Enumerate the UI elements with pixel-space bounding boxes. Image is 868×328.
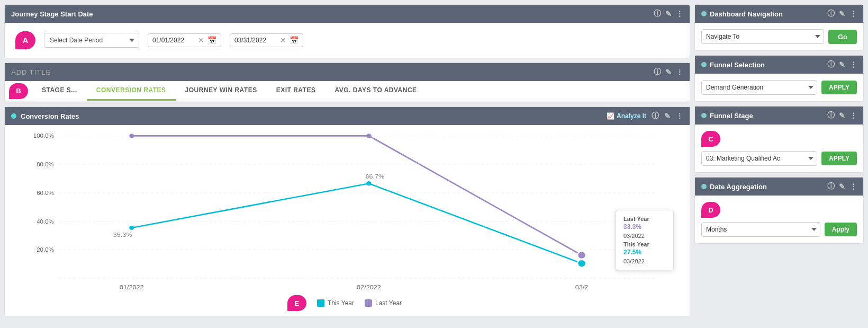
date-period-select[interactable]: Select Date Period Last 30 Days Last Qua… [44,33,139,48]
chart-edit-icon[interactable]: ✎ [664,112,671,120]
callout-d-badge: D [701,202,720,218]
svg-point-16 [577,260,586,267]
date-aggregation-select[interactable]: Months Days Weeks Quarters Years [701,222,820,237]
chart-svg: 100.0% 80.0% 60.0% 40.0% 20.0% [10,130,679,295]
svg-point-12 [366,134,371,138]
funnel-stage-dot [701,113,707,118]
callout-e-badge: E [287,295,306,311]
analyze-icon: 📈 [607,112,614,120]
funnel-stage-widget: Funnel Stage ⓘ ✎ ⋮ C 03: Marketing Q [694,106,864,173]
svg-text:100.0%: 100.0% [33,133,54,139]
right-panel: Dashboard Navigation ⓘ ✎ ⋮ Navigate To G… [694,4,864,316]
date-agg-edit-icon[interactable]: ✎ [839,182,845,191]
end-date-calendar-icon[interactable]: 📅 [290,36,299,45]
journey-stage-title: Journey Stage Start Date [11,10,93,18]
date-aggregation-title: Date Aggregation [710,183,767,191]
nav-edit-icon[interactable]: ✎ [839,10,845,18]
svg-text:40.0%: 40.0% [37,218,54,224]
chart-tooltip: Last Year 33.3% 03/2022 This Year 27.5% … [616,210,674,270]
funnel-stage-select[interactable]: 03: Marketing Qualified Ac [701,151,817,166]
info-icon[interactable]: ⓘ [654,9,661,19]
funnel-select[interactable]: Demand Generation [701,80,817,95]
funnel-stage-header-left: Funnel Stage [701,112,753,120]
this-year-legend-color [317,299,324,307]
date-aggregation-widget: Date Aggregation ⓘ ✎ ⋮ D Months [694,177,864,244]
date-agg-info-icon[interactable]: ⓘ [827,182,835,191]
analyze-it-button[interactable]: 📈 Analyze It [607,112,646,120]
tooltip-date-1: 03/2022 [623,233,666,239]
tab-stage-s[interactable]: STAGE S... [32,81,87,101]
funnel-stage-edit-icon[interactable]: ✎ [839,111,845,120]
nav-more-icon[interactable]: ⋮ [849,10,857,18]
tab-conversion-rates[interactable]: CONVERSION RATES [87,81,176,101]
chart-indicator-dot [11,113,16,119]
tab-avg-days[interactable]: AVG. DAYS TO ADVANCE [325,81,426,101]
nav-dot [701,11,707,16]
date-aggregation-body: D Months Days Weeks Quarters Years Apply [695,196,863,243]
funnel-selection-header-left: Funnel Selection [701,61,765,69]
start-date-input[interactable] [152,37,195,44]
date-aggregation-apply-button[interactable]: Apply [825,223,857,236]
funnel-stage-more-icon[interactable]: ⋮ [849,111,857,120]
tab-journey-win-rates[interactable]: JOURNEY WIN RATES [176,81,267,101]
go-button[interactable]: Go [828,30,857,44]
svg-text:80.0%: 80.0% [37,162,54,167]
nav-header-icons: ⓘ ✎ ⋮ [827,9,857,19]
svg-point-15 [366,181,371,185]
funnel-stage-select-row: 03: Marketing Qualified Ac APPLY [701,151,857,166]
funnel-stage-title: Funnel Stage [710,112,753,120]
more-icon[interactable]: ⋮ [676,10,683,18]
svg-text:03/2: 03/2 [575,283,589,290]
chart-header-right: 📈 Analyze It ⓘ ✎ ⋮ [607,111,683,121]
this-year-legend-label: This Year [328,299,354,307]
chart-info-icon[interactable]: ⓘ [652,111,659,121]
chart-area: 100.0% 80.0% 60.0% 40.0% 20.0% [5,125,690,316]
chart-title: Conversion Rates [21,112,79,120]
callout-c-area: C [701,131,857,147]
svg-point-14 [129,226,134,230]
date-aggregation-header: Date Aggregation ⓘ ✎ ⋮ [695,178,863,196]
analyze-label: Analyze It [617,112,646,120]
end-date-input-wrap: ✕ 📅 [230,33,303,47]
callout-b-area: B [5,81,32,101]
tab-exit-rates[interactable]: EXIT RATES [267,81,326,101]
tabs-info-icon[interactable]: ⓘ [654,67,661,77]
tooltip-date-2: 03/2022 [623,258,666,264]
funnel-apply-button[interactable]: APPLY [821,81,857,94]
funnel-selection-widget: Funnel Selection ⓘ ✎ ⋮ Demand Generation… [694,55,864,102]
funnel-edit-icon[interactable]: ✎ [839,60,845,69]
header-icons: ⓘ ✎ ⋮ [654,9,683,19]
start-date-calendar-icon[interactable]: 📅 [207,36,216,45]
add-title-label: ADD TITLE [11,68,51,76]
svg-text:02/2022: 02/2022 [357,283,381,290]
funnel-more-icon[interactable]: ⋮ [849,60,857,69]
journey-stage-widget: Journey Stage Start Date ⓘ ✎ ⋮ A Select … [4,4,690,58]
funnel-stage-body: C 03: Marketing Qualified Ac APPLY [695,125,863,172]
dashboard-nav-header: Dashboard Navigation ⓘ ✎ ⋮ [695,5,863,23]
tabs-more-icon[interactable]: ⋮ [676,68,683,76]
funnel-header-icons: ⓘ ✎ ⋮ [827,60,857,69]
date-agg-more-icon[interactable]: ⋮ [849,182,857,191]
funnel-selection-title: Funnel Selection [710,61,765,69]
start-date-input-wrap: ✕ 📅 [148,33,221,47]
end-date-input[interactable] [234,37,277,44]
end-date-clear-icon[interactable]: ✕ [280,36,286,45]
navigate-to-select[interactable]: Navigate To [701,29,824,44]
last-year-legend-color [365,299,372,307]
journey-stage-header: Journey Stage Start Date ⓘ ✎ ⋮ [5,5,690,23]
nav-info-icon[interactable]: ⓘ [827,9,835,19]
chart-header-left: Conversion Rates [11,112,79,120]
svg-text:35.3%: 35.3% [113,232,132,238]
funnel-stage-apply-button[interactable]: APPLY [821,152,857,165]
edit-icon[interactable]: ✎ [665,10,672,18]
dashboard-nav-header-left: Dashboard Navigation [701,10,783,18]
tabs-edit-icon[interactable]: ✎ [665,68,672,76]
tabs-header: ADD TITLE ⓘ ✎ ⋮ [5,63,690,81]
funnel-select-row: Demand Generation APPLY [701,80,857,95]
start-date-clear-icon[interactable]: ✕ [198,36,204,45]
chart-more-icon[interactable]: ⋮ [676,112,683,120]
funnel-info-icon[interactable]: ⓘ [827,60,835,69]
funnel-stage-info-icon[interactable]: ⓘ [827,111,835,120]
tabs-bar: B STAGE S... CONVERSION RATES JOURNEY WI… [5,81,690,102]
tooltip-this-year-label: This Year [623,241,666,247]
